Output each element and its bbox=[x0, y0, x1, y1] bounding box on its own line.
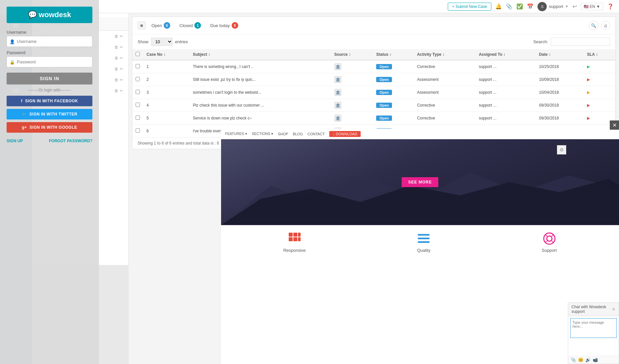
website-shop-nav[interactable]: SHOP bbox=[278, 132, 288, 136]
status-badge: Open bbox=[376, 90, 392, 95]
row-checkbox[interactable] bbox=[136, 128, 140, 133]
trash-icon-0[interactable]: 🗑 bbox=[114, 34, 118, 39]
trash-icon-2[interactable]: 🗑 bbox=[114, 56, 118, 60]
video-icon[interactable]: 📹 bbox=[593, 357, 598, 362]
col-case-no[interactable]: Case No ↕ bbox=[143, 49, 189, 60]
search-cases-button[interactable]: 🔍 bbox=[589, 21, 598, 30]
edit-icon-4[interactable]: ✏ bbox=[120, 78, 123, 82]
row-checkbox[interactable] bbox=[136, 90, 140, 94]
edit-icon-3[interactable]: ✏ bbox=[120, 67, 123, 71]
calendar-icon[interactable]: 📅 bbox=[527, 3, 534, 10]
trash-icon-5[interactable]: 🗑 bbox=[114, 88, 118, 93]
col-status[interactable]: Status ↕ bbox=[373, 49, 414, 60]
source-icon: 🏦 bbox=[334, 89, 342, 96]
signout-icon[interactable]: ↩ bbox=[572, 3, 577, 10]
edit-icon-0[interactable]: ✏ bbox=[120, 34, 123, 39]
open-cases-tab[interactable]: Open 6 bbox=[148, 21, 174, 30]
website-sections-nav[interactable]: SECTIONS ▾ bbox=[252, 132, 273, 136]
language-button[interactable]: 🇺🇸 EN ▼ bbox=[581, 3, 603, 10]
website-blog-nav[interactable]: BLOG bbox=[293, 132, 303, 136]
bell-icon[interactable]: 🔔 bbox=[495, 3, 502, 10]
trash-icon-1[interactable]: 🗑 bbox=[114, 45, 118, 50]
entries-select[interactable]: 102550 bbox=[151, 38, 173, 46]
website-features-nav[interactable]: FEATURES ▾ bbox=[225, 132, 247, 136]
google-login-button[interactable]: g+ SIGN IN WITH GOOGLE bbox=[7, 122, 92, 133]
feature-support: Support bbox=[542, 232, 557, 253]
volume-icon[interactable]: 🔊 bbox=[585, 357, 591, 362]
facebook-login-button[interactable]: f SIGN IN WITH FACEBOOK bbox=[7, 96, 92, 106]
table-row: 4 Plz check this issue with our customer… bbox=[132, 99, 615, 112]
sla-indicator: ▶ bbox=[587, 77, 590, 82]
case-num-cell: 2 bbox=[143, 73, 189, 86]
toggle-panel-btn[interactable]: ⊞ bbox=[138, 21, 146, 29]
status-badge: Open bbox=[376, 77, 392, 82]
close-overlay-button[interactable]: ✕ bbox=[610, 120, 619, 130]
settings-gear-button[interactable]: ⚙ bbox=[557, 145, 566, 154]
subject-cell: sometimes i can't login to the websist..… bbox=[189, 86, 331, 99]
table-search-label: Search: bbox=[533, 39, 548, 44]
forgot-password-link[interactable]: FORGOT PASSWORD? bbox=[49, 139, 92, 143]
row-checkbox[interactable] bbox=[136, 77, 140, 81]
signup-link[interactable]: SIGN UP bbox=[7, 139, 23, 143]
username-input[interactable] bbox=[7, 36, 92, 47]
help-icon[interactable]: ❓ bbox=[607, 3, 614, 10]
facebook-icon: f bbox=[21, 99, 23, 103]
col-date[interactable]: Date ↕ bbox=[536, 49, 584, 60]
website-overlay: SEE MORE Responsive Quality bbox=[221, 129, 619, 364]
edit-icon-1[interactable]: ✏ bbox=[120, 45, 123, 50]
chat-footer: 📎 😊 🔊 📹 bbox=[568, 356, 619, 364]
activity-cell: Corrective bbox=[414, 60, 475, 73]
twitter-label: SIGN IN WITH TWITTER bbox=[29, 112, 77, 116]
print-cases-button[interactable]: 🖨 bbox=[601, 21, 610, 30]
col-sla[interactable]: SLA ↕ bbox=[584, 49, 615, 60]
col-source[interactable]: Source ↕ bbox=[331, 49, 373, 60]
twitter-login-button[interactable]: 🐦 SIGN IN WITH TWITTER bbox=[7, 109, 92, 119]
quality-label: Quality bbox=[417, 248, 430, 253]
paperclip-icon[interactable]: 📎 bbox=[506, 3, 512, 10]
chat-settings-icon[interactable]: ⚙ bbox=[612, 307, 615, 312]
check-icon[interactable]: ✅ bbox=[516, 3, 523, 10]
edit-icon-2[interactable]: ✏ bbox=[120, 56, 123, 60]
table-search-input[interactable] bbox=[551, 38, 610, 46]
item-actions-0: 🗑 ✏ bbox=[114, 34, 123, 39]
see-more-button[interactable]: SEE MORE bbox=[402, 177, 438, 187]
user-icon: 👤 bbox=[10, 39, 15, 44]
status-cell: Open bbox=[373, 60, 414, 73]
col-activity-type[interactable]: Activity Type ↕ bbox=[414, 49, 475, 60]
emoji-icon[interactable]: 😊 bbox=[578, 357, 583, 362]
row-checkbox-cell bbox=[132, 86, 143, 99]
closed-cases-tab[interactable]: Closed 1 bbox=[176, 21, 204, 30]
row-checkbox[interactable] bbox=[136, 103, 140, 107]
col-assigned-to[interactable]: Assigned To ↕ bbox=[475, 49, 536, 60]
activity-cell: Corrective bbox=[414, 112, 475, 125]
svg-rect-8 bbox=[289, 237, 293, 241]
date-cell: 10/09/2018 bbox=[536, 73, 584, 86]
select-all-checkbox[interactable] bbox=[136, 52, 140, 56]
row-checkbox[interactable] bbox=[136, 116, 140, 120]
chat-message-input[interactable] bbox=[570, 318, 617, 338]
flag-icon: 🇺🇸 bbox=[584, 4, 589, 9]
date-cell: 10/25/2018 bbox=[536, 60, 584, 73]
download-button[interactable]: ↓ DOWNLOAD bbox=[329, 131, 360, 137]
table-row: 2 Still issue exist ,pz try to fix iy qu… bbox=[132, 73, 615, 86]
row-checkbox-cell bbox=[132, 60, 143, 73]
auth-links: SIGN UP FORGOT PASSWORD? bbox=[7, 139, 92, 143]
sign-in-button[interactable]: SIGN IN bbox=[7, 73, 92, 84]
password-input[interactable] bbox=[7, 56, 92, 67]
trash-icon-4[interactable]: 🗑 bbox=[114, 78, 118, 82]
item-actions-4: 🗑 ✏ bbox=[114, 78, 123, 82]
website-contact-nav[interactable]: CONTACT bbox=[308, 132, 325, 136]
item-actions-5: 🗑 ✏ bbox=[114, 88, 123, 93]
status-badge: Open bbox=[376, 116, 392, 121]
subject-cell: Still issue exist ,pz try to fix iy quic… bbox=[189, 73, 331, 86]
due-today-tab[interactable]: Due today 0 bbox=[207, 21, 241, 30]
download-icon: ↓ bbox=[333, 132, 335, 136]
edit-icon-5[interactable]: ✏ bbox=[120, 88, 123, 93]
user-avatar-area[interactable]: S support ▼ bbox=[538, 2, 568, 11]
attachment-icon[interactable]: 📎 bbox=[571, 357, 576, 362]
trash-icon-3[interactable]: 🗑 bbox=[114, 67, 118, 71]
row-checkbox[interactable] bbox=[136, 64, 140, 68]
col-subject[interactable]: Subject ↕ bbox=[189, 49, 331, 60]
support-icon bbox=[543, 232, 556, 245]
submit-new-case-button[interactable]: + Submit New Case bbox=[448, 3, 491, 11]
